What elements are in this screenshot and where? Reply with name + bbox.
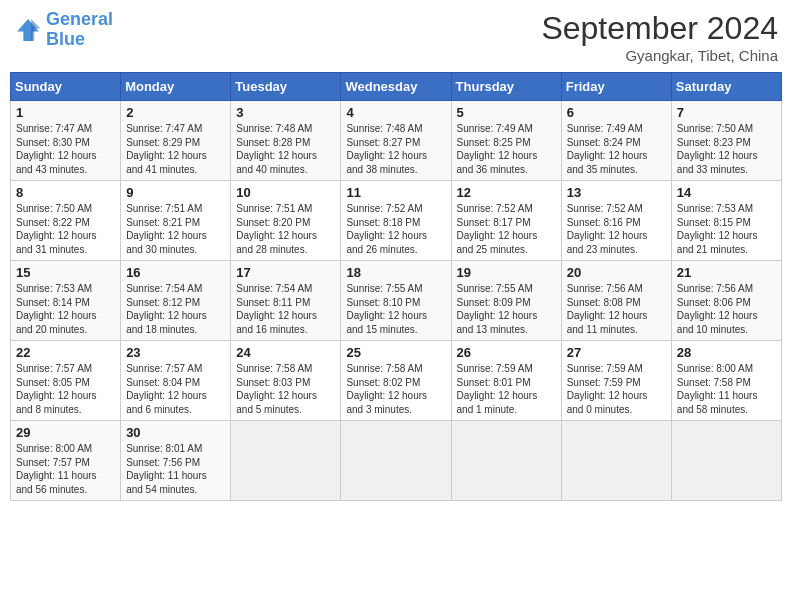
calendar-cell: 10Sunrise: 7:51 AM Sunset: 8:20 PM Dayli… (231, 181, 341, 261)
calendar-cell: 26Sunrise: 7:59 AM Sunset: 8:01 PM Dayli… (451, 341, 561, 421)
day-number: 19 (457, 265, 556, 280)
day-number: 13 (567, 185, 666, 200)
calendar-cell: 29Sunrise: 8:00 AM Sunset: 7:57 PM Dayli… (11, 421, 121, 501)
day-header-wednesday: Wednesday (341, 73, 451, 101)
day-number: 4 (346, 105, 445, 120)
logo-text: General Blue (46, 10, 113, 50)
calendar-cell: 28Sunrise: 8:00 AM Sunset: 7:58 PM Dayli… (671, 341, 781, 421)
day-number: 12 (457, 185, 556, 200)
calendar-cell: 1Sunrise: 7:47 AM Sunset: 8:30 PM Daylig… (11, 101, 121, 181)
calendar-cell: 14Sunrise: 7:53 AM Sunset: 8:15 PM Dayli… (671, 181, 781, 261)
calendar-table: SundayMondayTuesdayWednesdayThursdayFrid… (10, 72, 782, 501)
day-header-thursday: Thursday (451, 73, 561, 101)
day-info: Sunrise: 7:49 AM Sunset: 8:25 PM Dayligh… (457, 122, 556, 176)
day-info: Sunrise: 7:56 AM Sunset: 8:08 PM Dayligh… (567, 282, 666, 336)
day-info: Sunrise: 7:55 AM Sunset: 8:10 PM Dayligh… (346, 282, 445, 336)
title-block: September 2024 Gyangkar, Tibet, China (541, 10, 778, 64)
day-info: Sunrise: 8:00 AM Sunset: 7:57 PM Dayligh… (16, 442, 115, 496)
calendar-cell (561, 421, 671, 501)
day-header-tuesday: Tuesday (231, 73, 341, 101)
day-number: 26 (457, 345, 556, 360)
day-info: Sunrise: 7:50 AM Sunset: 8:23 PM Dayligh… (677, 122, 776, 176)
day-header-sunday: Sunday (11, 73, 121, 101)
day-info: Sunrise: 7:52 AM Sunset: 8:16 PM Dayligh… (567, 202, 666, 256)
calendar-cell: 9Sunrise: 7:51 AM Sunset: 8:21 PM Daylig… (121, 181, 231, 261)
calendar-cell: 15Sunrise: 7:53 AM Sunset: 8:14 PM Dayli… (11, 261, 121, 341)
day-number: 10 (236, 185, 335, 200)
calendar-cell: 7Sunrise: 7:50 AM Sunset: 8:23 PM Daylig… (671, 101, 781, 181)
calendar-week-row: 15Sunrise: 7:53 AM Sunset: 8:14 PM Dayli… (11, 261, 782, 341)
day-number: 9 (126, 185, 225, 200)
calendar-cell: 23Sunrise: 7:57 AM Sunset: 8:04 PM Dayli… (121, 341, 231, 421)
calendar-cell: 30Sunrise: 8:01 AM Sunset: 7:56 PM Dayli… (121, 421, 231, 501)
day-info: Sunrise: 7:47 AM Sunset: 8:29 PM Dayligh… (126, 122, 225, 176)
calendar-cell: 27Sunrise: 7:59 AM Sunset: 7:59 PM Dayli… (561, 341, 671, 421)
day-number: 5 (457, 105, 556, 120)
page-header: General Blue September 2024 Gyangkar, Ti… (10, 10, 782, 64)
day-info: Sunrise: 7:54 AM Sunset: 8:12 PM Dayligh… (126, 282, 225, 336)
day-number: 21 (677, 265, 776, 280)
day-number: 18 (346, 265, 445, 280)
day-info: Sunrise: 7:51 AM Sunset: 8:20 PM Dayligh… (236, 202, 335, 256)
day-number: 28 (677, 345, 776, 360)
calendar-cell: 11Sunrise: 7:52 AM Sunset: 8:18 PM Dayli… (341, 181, 451, 261)
calendar-cell: 21Sunrise: 7:56 AM Sunset: 8:06 PM Dayli… (671, 261, 781, 341)
day-number: 1 (16, 105, 115, 120)
day-number: 25 (346, 345, 445, 360)
day-info: Sunrise: 7:52 AM Sunset: 8:17 PM Dayligh… (457, 202, 556, 256)
day-info: Sunrise: 7:57 AM Sunset: 8:04 PM Dayligh… (126, 362, 225, 416)
month-title: September 2024 (541, 10, 778, 47)
day-number: 24 (236, 345, 335, 360)
calendar-cell: 20Sunrise: 7:56 AM Sunset: 8:08 PM Dayli… (561, 261, 671, 341)
day-number: 30 (126, 425, 225, 440)
day-number: 29 (16, 425, 115, 440)
calendar-cell: 6Sunrise: 7:49 AM Sunset: 8:24 PM Daylig… (561, 101, 671, 181)
logo: General Blue (14, 10, 113, 50)
day-number: 20 (567, 265, 666, 280)
calendar-header-row: SundayMondayTuesdayWednesdayThursdayFrid… (11, 73, 782, 101)
calendar-cell: 17Sunrise: 7:54 AM Sunset: 8:11 PM Dayli… (231, 261, 341, 341)
calendar-cell (671, 421, 781, 501)
calendar-cell: 8Sunrise: 7:50 AM Sunset: 8:22 PM Daylig… (11, 181, 121, 261)
calendar-week-row: 1Sunrise: 7:47 AM Sunset: 8:30 PM Daylig… (11, 101, 782, 181)
day-number: 27 (567, 345, 666, 360)
calendar-cell: 19Sunrise: 7:55 AM Sunset: 8:09 PM Dayli… (451, 261, 561, 341)
calendar-cell: 5Sunrise: 7:49 AM Sunset: 8:25 PM Daylig… (451, 101, 561, 181)
day-info: Sunrise: 7:52 AM Sunset: 8:18 PM Dayligh… (346, 202, 445, 256)
day-info: Sunrise: 8:01 AM Sunset: 7:56 PM Dayligh… (126, 442, 225, 496)
calendar-cell: 22Sunrise: 7:57 AM Sunset: 8:05 PM Dayli… (11, 341, 121, 421)
day-number: 22 (16, 345, 115, 360)
calendar-cell (231, 421, 341, 501)
day-number: 11 (346, 185, 445, 200)
calendar-cell: 2Sunrise: 7:47 AM Sunset: 8:29 PM Daylig… (121, 101, 231, 181)
day-info: Sunrise: 7:48 AM Sunset: 8:28 PM Dayligh… (236, 122, 335, 176)
day-number: 17 (236, 265, 335, 280)
day-header-saturday: Saturday (671, 73, 781, 101)
day-info: Sunrise: 8:00 AM Sunset: 7:58 PM Dayligh… (677, 362, 776, 416)
calendar-cell: 4Sunrise: 7:48 AM Sunset: 8:27 PM Daylig… (341, 101, 451, 181)
day-number: 8 (16, 185, 115, 200)
day-number: 3 (236, 105, 335, 120)
calendar-week-row: 8Sunrise: 7:50 AM Sunset: 8:22 PM Daylig… (11, 181, 782, 261)
day-number: 2 (126, 105, 225, 120)
calendar-week-row: 22Sunrise: 7:57 AM Sunset: 8:05 PM Dayli… (11, 341, 782, 421)
calendar-cell: 16Sunrise: 7:54 AM Sunset: 8:12 PM Dayli… (121, 261, 231, 341)
day-info: Sunrise: 7:47 AM Sunset: 8:30 PM Dayligh… (16, 122, 115, 176)
day-info: Sunrise: 7:48 AM Sunset: 8:27 PM Dayligh… (346, 122, 445, 176)
location-subtitle: Gyangkar, Tibet, China (541, 47, 778, 64)
day-info: Sunrise: 7:59 AM Sunset: 7:59 PM Dayligh… (567, 362, 666, 416)
calendar-cell (341, 421, 451, 501)
calendar-cell: 24Sunrise: 7:58 AM Sunset: 8:03 PM Dayli… (231, 341, 341, 421)
day-info: Sunrise: 7:55 AM Sunset: 8:09 PM Dayligh… (457, 282, 556, 336)
day-number: 16 (126, 265, 225, 280)
day-info: Sunrise: 7:58 AM Sunset: 8:02 PM Dayligh… (346, 362, 445, 416)
day-number: 23 (126, 345, 225, 360)
day-number: 7 (677, 105, 776, 120)
day-info: Sunrise: 7:54 AM Sunset: 8:11 PM Dayligh… (236, 282, 335, 336)
day-info: Sunrise: 7:53 AM Sunset: 8:14 PM Dayligh… (16, 282, 115, 336)
calendar-week-row: 29Sunrise: 8:00 AM Sunset: 7:57 PM Dayli… (11, 421, 782, 501)
calendar-cell: 25Sunrise: 7:58 AM Sunset: 8:02 PM Dayli… (341, 341, 451, 421)
calendar-cell: 12Sunrise: 7:52 AM Sunset: 8:17 PM Dayli… (451, 181, 561, 261)
day-info: Sunrise: 7:53 AM Sunset: 8:15 PM Dayligh… (677, 202, 776, 256)
day-info: Sunrise: 7:57 AM Sunset: 8:05 PM Dayligh… (16, 362, 115, 416)
